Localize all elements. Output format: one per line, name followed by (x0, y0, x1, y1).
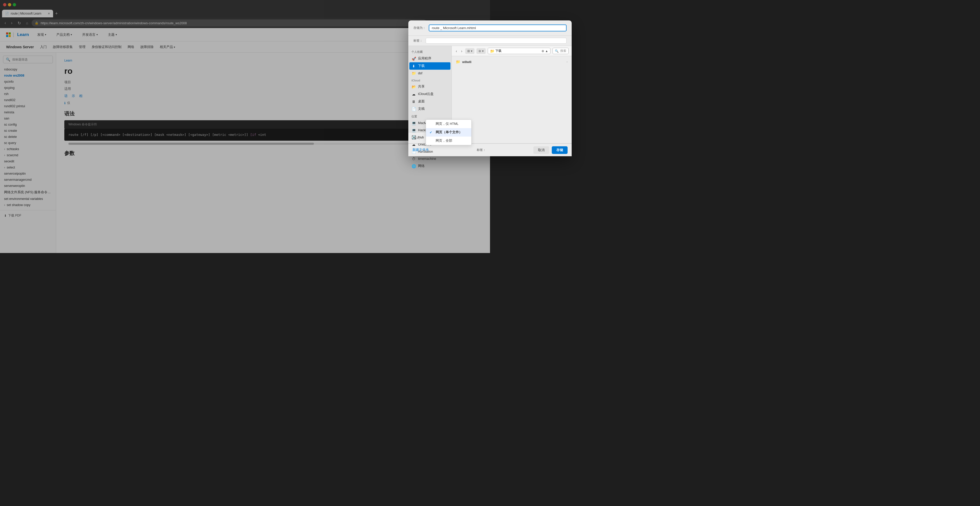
tags-input[interactable] (426, 38, 490, 44)
file-item-wiliwili[interactable]: 📁 wiliwili › (454, 58, 490, 65)
sidebar-dsf[interactable]: 📁 dsf (408, 70, 452, 77)
file-name: wiliwili (462, 60, 471, 64)
hackintosh-icon: 💻 (411, 128, 416, 132)
sidebar-timemachine[interactable]: ⏱ timemachine (408, 155, 452, 162)
format-option-all[interactable]: 网页，全部 (426, 137, 471, 145)
format-row: 格式： 网页，仅 HTML ✓ 网页（单个文件） 网页，全部 (408, 133, 490, 143)
location-picker[interactable]: 📁 下载 ⊕ ▲ (488, 48, 490, 54)
check-icon: ✓ (430, 131, 434, 134)
footer-tags-label: 标签： (477, 148, 486, 152)
save-as-label: 存储为： (414, 26, 426, 30)
sidebar-desktop[interactable]: 🖥 桌面 (408, 98, 452, 105)
new-folder-button[interactable]: 新建文件夹 (412, 148, 429, 152)
folder-icon: 📁 (411, 71, 416, 75)
downloads-icon: ⬇ (411, 64, 416, 68)
view-icon: ⊞ (467, 49, 470, 53)
format-option-html-only[interactable]: 网页，仅 HTML (426, 120, 471, 128)
format-select-area: 网页，仅 HTML ✓ 网页（单个文件） 网页，全部 网页（单个文件） ▾ (426, 135, 472, 141)
sidebar-documents[interactable]: 📄 文稿 (408, 105, 452, 113)
timemachine-icon: ⏱ (411, 157, 416, 161)
format-option-single-file[interactable]: ✓ 网页（单个文件） (426, 128, 471, 137)
icloud-section-title: iCloud (408, 77, 452, 83)
sort-icon: ⊜ (479, 49, 481, 53)
chevron-down-icon: ▾ (471, 49, 473, 53)
sidebar-shared[interactable]: 📂 共享 (408, 83, 452, 91)
apps-icon: 🚀 (411, 57, 416, 61)
dialog-tags-row: 标签： (408, 36, 490, 46)
sidebar-apps[interactable]: 🚀 应用程序 (408, 55, 452, 62)
dialog-filename-row: 存储为： (408, 21, 490, 36)
filename-input[interactable] (429, 24, 490, 32)
network-icon: 🌐 (411, 164, 416, 168)
dialog-back-btn[interactable]: ‹ (455, 48, 458, 54)
folder-icon: 📁 (456, 60, 460, 64)
sidebar-downloads[interactable]: ⬇ 下载 (409, 62, 450, 70)
save-dialog: 存储为： 标签： 个人收藏 🚀 应用程序 ⬇ 下载 📁 (408, 21, 490, 156)
documents-icon: 📄 (411, 107, 416, 111)
macmini-icon: 💻 (411, 121, 416, 125)
chevron-down-icon: ▾ (482, 49, 484, 53)
personal-section-title: 个人收藏 (408, 48, 452, 55)
dialog-view-btn[interactable]: ⊞ ▾ (465, 48, 474, 54)
shared-icon: 📂 (411, 85, 416, 89)
dialog-overlay: 存储为： 标签： 个人收藏 🚀 应用程序 ⬇ 下载 📁 (0, 0, 490, 253)
dialog-sort-btn[interactable]: ⊜ ▾ (476, 48, 486, 54)
cloud-icon: ☁ (411, 92, 416, 96)
dialog-forward-btn[interactable]: › (460, 48, 463, 54)
format-label: 格式： (414, 136, 423, 140)
desktop-icon: 🖥 (411, 100, 416, 103)
sidebar-network[interactable]: 🌐 网络 (408, 162, 452, 170)
dialog-toolbar: ‹ › ⊞ ▾ ⊜ ▾ 📁 下载 ⊕ ▲ (452, 46, 490, 56)
format-dropdown[interactable]: 网页，仅 HTML ✓ 网页（单个文件） 网页，全部 (426, 119, 472, 145)
locations-section-title: 位置 (408, 113, 452, 119)
sidebar-icloud-drive[interactable]: ☁ iCloud云盘 (408, 91, 452, 98)
tags-label: 标签： (414, 38, 423, 43)
